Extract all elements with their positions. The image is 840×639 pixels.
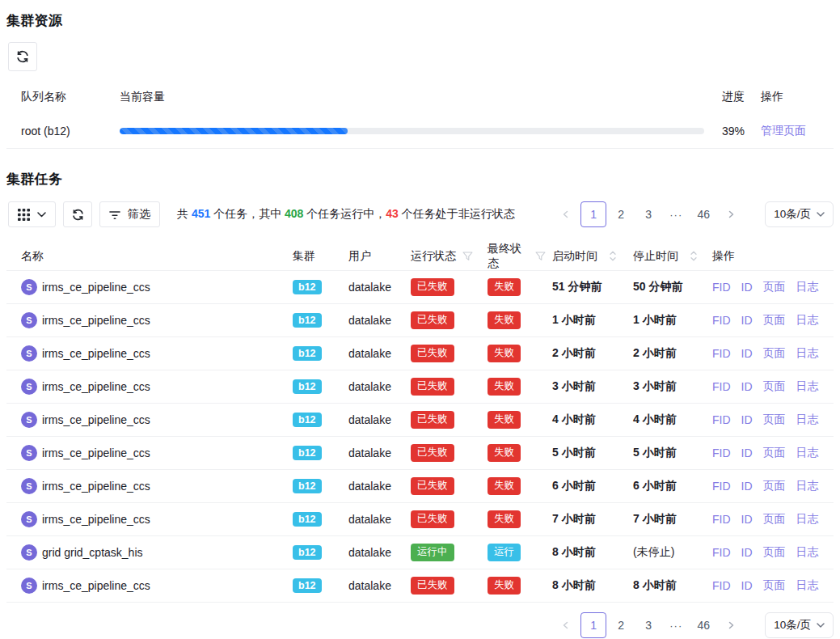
view-columns-button[interactable]	[8, 201, 56, 227]
run-status-badge: 已失败	[411, 311, 454, 329]
task-actions: FIDID页面日志	[707, 578, 834, 593]
funnel-icon[interactable]	[462, 252, 473, 261]
refresh-icon	[16, 50, 29, 63]
action-link-page[interactable]: 页面	[763, 413, 786, 427]
sort-icon[interactable]	[609, 250, 617, 262]
final-status-badge: 失败	[488, 378, 521, 396]
final-status-badge: 运行	[488, 544, 521, 561]
page-button-2[interactable]: 2	[608, 612, 634, 638]
avatar: S	[21, 312, 37, 328]
capacity-progress-fill	[120, 128, 348, 134]
action-link-log[interactable]: 日志	[796, 578, 819, 593]
chevron-left-icon[interactable]	[553, 201, 579, 227]
sort-icon[interactable]	[690, 250, 698, 262]
chevron-down-icon	[817, 623, 825, 628]
action-link-page[interactable]: 页面	[763, 446, 786, 460]
action-link-id[interactable]: ID	[741, 513, 753, 526]
action-link-log[interactable]: 日志	[796, 379, 819, 394]
task-name: grid grid_cptask_his	[42, 546, 143, 559]
resources-table-row: root (b12) 39% 管理页面	[6, 113, 834, 149]
tasks-refresh-button[interactable]	[63, 201, 92, 227]
page-button-1[interactable]: 1	[580, 201, 606, 227]
action-link-fid[interactable]: FID	[712, 380, 731, 393]
page-button-46[interactable]: 46	[690, 612, 716, 638]
task-user: datalake	[342, 579, 404, 592]
task-actions: FIDID页面日志	[707, 313, 834, 328]
action-link-log[interactable]: 日志	[796, 479, 819, 493]
resources-refresh-button[interactable]	[8, 42, 37, 71]
action-link-log[interactable]: 日志	[796, 346, 819, 361]
run-status-badge: 已失败	[411, 477, 454, 495]
action-link-id[interactable]: ID	[741, 380, 753, 393]
task-name: irms_ce_pipeline_ccs	[42, 413, 150, 426]
action-link-fid[interactable]: FID	[712, 579, 731, 592]
run-status-badge: 已失败	[411, 510, 454, 528]
action-link-id[interactable]: ID	[741, 546, 753, 559]
action-link-fid[interactable]: FID	[712, 546, 731, 559]
action-link-id[interactable]: ID	[741, 446, 753, 459]
action-link-id[interactable]: ID	[741, 480, 753, 493]
chevron-right-icon[interactable]	[718, 201, 744, 227]
action-link-fid[interactable]: FID	[712, 281, 731, 294]
action-link-log[interactable]: 日志	[796, 413, 819, 427]
action-link-page[interactable]: 页面	[763, 545, 786, 560]
action-link-page[interactable]: 页面	[763, 479, 786, 493]
page-size-select[interactable]: 10条/页	[765, 201, 834, 227]
page-button-3[interactable]: 3	[635, 612, 661, 638]
filter-button-label: 筛选	[128, 207, 150, 222]
page-button-1[interactable]: 1	[580, 612, 606, 638]
final-status-badge: 失败	[488, 411, 521, 429]
task-name: irms_ce_pipeline_ccs	[42, 347, 150, 360]
stop-time: 3 小时前	[633, 379, 677, 394]
cluster-badge: b12	[293, 545, 322, 560]
action-link-id[interactable]: ID	[741, 314, 753, 327]
action-link-fid[interactable]: FID	[712, 413, 731, 426]
action-link-fid[interactable]: FID	[712, 314, 731, 327]
action-link-page[interactable]: 页面	[763, 280, 786, 294]
task-user: datalake	[342, 546, 404, 559]
chevron-down-icon	[817, 212, 825, 217]
page-button-46[interactable]: 46	[690, 201, 716, 227]
page-button-2[interactable]: 2	[608, 201, 634, 227]
action-link-id[interactable]: ID	[741, 281, 753, 294]
funnel-icon[interactable]	[535, 252, 546, 261]
table-row: S irms_ce_pipeline_ccs b12 datalake 已失败 …	[6, 569, 834, 603]
action-link-log[interactable]: 日志	[796, 313, 819, 328]
action-link-id[interactable]: ID	[741, 413, 753, 426]
cluster-badge: b12	[293, 280, 322, 294]
task-actions: FIDID页面日志	[707, 346, 834, 361]
start-time: 5 小时前	[552, 446, 596, 460]
action-link-log[interactable]: 日志	[796, 545, 819, 560]
action-link-log[interactable]: 日志	[796, 512, 819, 527]
chevron-left-icon[interactable]	[553, 612, 579, 638]
task-actions: FIDID页面日志	[707, 413, 834, 427]
action-link-page[interactable]: 页面	[763, 313, 786, 328]
task-actions: FIDID页面日志	[707, 512, 834, 527]
page-size-select[interactable]: 10条/页	[765, 612, 834, 638]
chevron-right-icon[interactable]	[718, 612, 744, 638]
action-link-log[interactable]: 日志	[796, 446, 819, 460]
action-link-page[interactable]: 页面	[763, 379, 786, 394]
task-user: datalake	[342, 314, 404, 327]
action-link-fid[interactable]: FID	[712, 446, 731, 459]
task-name: irms_ce_pipeline_ccs	[42, 579, 150, 592]
action-link-fid[interactable]: FID	[712, 513, 731, 526]
action-link-page[interactable]: 页面	[763, 578, 786, 593]
action-link-page[interactable]: 页面	[763, 346, 786, 361]
task-user: datalake	[342, 347, 404, 360]
action-link-id[interactable]: ID	[741, 347, 753, 360]
page-button-3[interactable]: 3	[635, 201, 661, 227]
action-link-page[interactable]: 页面	[763, 512, 786, 527]
manage-page-link[interactable]: 管理页面	[761, 124, 806, 137]
run-status-badge: 已失败	[411, 378, 454, 396]
task-user: datalake	[342, 413, 404, 426]
action-link-log[interactable]: 日志	[796, 280, 819, 294]
action-link-fid[interactable]: FID	[712, 480, 731, 493]
action-link-id[interactable]: ID	[741, 579, 753, 592]
table-row: S irms_ce_pipeline_ccs b12 datalake 已失败 …	[6, 503, 834, 536]
filter-button[interactable]: 筛选	[99, 201, 160, 227]
header-progress: 进度	[715, 90, 761, 104]
header-current-capacity: 当前容量	[120, 90, 715, 104]
header-stop-time: 停止时间	[633, 249, 678, 264]
action-link-fid[interactable]: FID	[712, 347, 731, 360]
